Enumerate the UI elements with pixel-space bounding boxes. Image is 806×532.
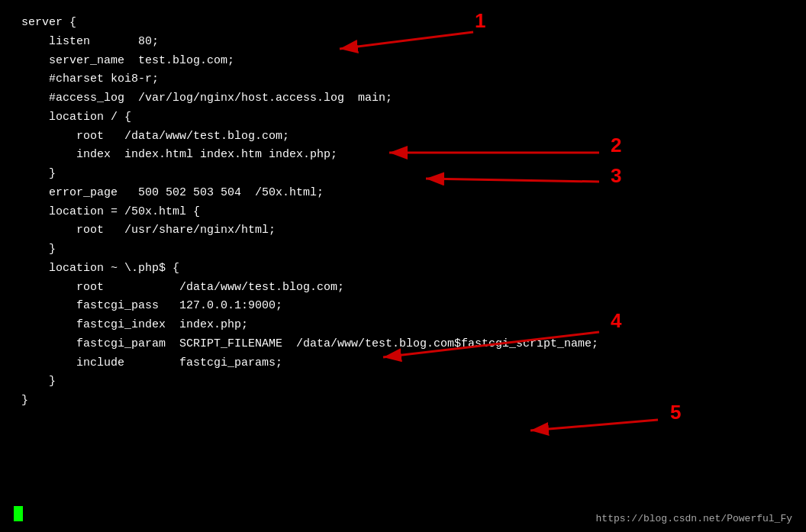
code-line-6: #access_log /var/log/nginx/host.access.l… — [21, 89, 785, 108]
terminal-cursor — [14, 506, 23, 521]
code-line-24: include fastcgi_params; — [21, 354, 785, 373]
code-line-16: root /usr/share/nginx/html; — [21, 221, 785, 240]
code-line-26: } — [21, 392, 785, 411]
code-line-10: index index.html index.htm index.php; — [21, 146, 785, 165]
code-container: server { listen 80; server_name test.blo… — [0, 0, 806, 424]
code-line-11: } — [21, 165, 785, 184]
code-line-20: root /data/www/test.blog.com; — [21, 279, 785, 298]
code-line-21: fastcgi_pass 127.0.0.1:9000; — [21, 297, 785, 316]
footer-url: https://blog.csdn.net/Powerful_Fy — [596, 513, 792, 524]
code-line-9: root /data/www/test.blog.com; — [21, 127, 785, 147]
code-line-2: listen 80; — [21, 33, 785, 52]
code-line-25: } — [21, 372, 785, 392]
code-line-14: error_page 500 502 503 504 /50x.html; — [21, 184, 785, 203]
code-line-17: } — [21, 240, 785, 260]
code-line-23: fastcgi_param SCRIPT_FILENAME /data/www/… — [21, 335, 785, 354]
code-line-1: server { — [21, 14, 785, 33]
code-line-22: fastcgi_index index.php; — [21, 316, 785, 335]
code-line-19: location ~ \.php$ { — [21, 260, 785, 279]
code-line-5: #charset koi8-r; — [21, 70, 785, 89]
code-line-8: location / { — [21, 108, 785, 127]
code-line-15: location = /50x.html { — [21, 203, 785, 222]
code-line-3: server_name test.blog.com; — [21, 52, 785, 71]
